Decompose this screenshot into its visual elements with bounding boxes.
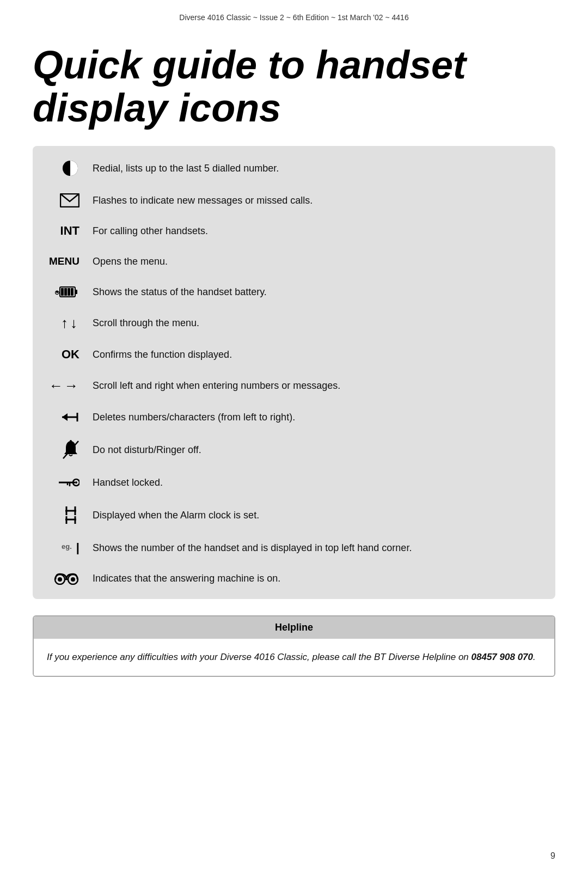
list-item: Flashes to indicate new messages or miss… [33, 185, 555, 216]
list-item: Deletes numbers/characters (from left to… [33, 402, 555, 432]
list-item: ←→ Scroll left and right when entering n… [33, 370, 555, 402]
list-item: ↑↓ Scroll through the menu. [33, 307, 555, 339]
alarm-description: Displayed when the Alarm clock is set. [93, 509, 544, 522]
ok-icon: OK [44, 347, 93, 362]
svg-rect-6 [68, 288, 70, 296]
scroll-lr-description: Scroll left and right when entering numb… [93, 379, 544, 393]
message-description: Flashes to indicate new messages or miss… [93, 194, 544, 207]
list-item: MENU Opens the menu. [33, 246, 555, 277]
lock-icon [44, 477, 93, 488]
dnd-description: Do not disturb/Ringer off. [93, 443, 544, 457]
dnd-icon [44, 440, 93, 460]
list-item: Do not disturb/Ringer off. [33, 432, 555, 467]
scroll-updown-description: Scroll through the menu. [93, 316, 544, 330]
int-icon: INT [44, 224, 93, 238]
helpline-box: Helpline If you experience any difficult… [33, 615, 555, 676]
list-item: INT For calling other handsets. [33, 216, 555, 246]
delete-icon [44, 411, 93, 424]
answering-machine-icon [44, 572, 93, 585]
helpline-body: If you experience any difficulties with … [34, 639, 554, 675]
delete-description: Deletes numbers/characters (from left to… [93, 411, 544, 424]
main-content: Redial, lists up to the last 5 dialled n… [0, 146, 588, 599]
answering-machine-description: Indicates that the answering machine is … [93, 572, 544, 585]
svg-point-29 [71, 577, 75, 582]
list-item: Redial, lists up to the last 5 dialled n… [33, 151, 555, 185]
list-item: OK Confirms the function displayed. [33, 339, 555, 370]
list-item: Handset locked. [33, 467, 555, 498]
scroll-lr-icon: ←→ [44, 377, 93, 394]
menu-icon: MENU [44, 255, 93, 267]
icon-table: Redial, lists up to the last 5 dialled n… [33, 146, 555, 599]
list-item: ⊙ Shows the status of the handset batter… [33, 277, 555, 307]
svg-point-17 [75, 481, 77, 484]
document-header: Diverse 4016 Classic ~ Issue 2 ~ 6th Edi… [0, 0, 588, 27]
handset-number-description: Shows the number of the handset and is d… [93, 541, 544, 555]
svg-text:⊙: ⊙ [54, 289, 59, 296]
svg-rect-7 [71, 288, 74, 296]
svg-point-27 [58, 577, 62, 582]
message-icon [44, 193, 93, 207]
int-description: For calling other handsets. [93, 224, 544, 238]
svg-marker-11 [62, 413, 68, 421]
redial-description: Redial, lists up to the last 5 dialled n… [93, 162, 544, 175]
lock-description: Handset locked. [93, 476, 544, 490]
handset-number-icon: eg. | [44, 541, 93, 555]
list-item: Displayed when the Alarm clock is set. [33, 498, 555, 533]
svg-rect-3 [75, 290, 77, 294]
menu-description: Opens the menu. [93, 255, 544, 268]
helpline-phone: 08457 908 070 [471, 652, 533, 662]
page-title: Quick guide to handset display icons [0, 27, 588, 146]
list-item: Indicates that the answering machine is … [33, 563, 555, 594]
svg-rect-5 [64, 288, 67, 296]
alarm-icon [44, 505, 93, 525]
page-number: 9 [550, 851, 555, 861]
svg-rect-4 [61, 288, 64, 296]
redial-icon [44, 159, 93, 178]
list-item: eg. | Shows the number of the handset an… [33, 533, 555, 563]
helpline-text: If you experience any difficulties with … [47, 652, 471, 662]
battery-description: Shows the status of the handset battery. [93, 285, 544, 299]
ok-description: Confirms the function displayed. [93, 348, 544, 362]
eg-label: eg. [62, 542, 72, 551]
battery-icon: ⊙ [44, 285, 93, 299]
svg-point-13 [70, 440, 72, 442]
helpline-header: Helpline [34, 616, 554, 639]
scroll-updown-icon: ↑↓ [44, 315, 93, 332]
